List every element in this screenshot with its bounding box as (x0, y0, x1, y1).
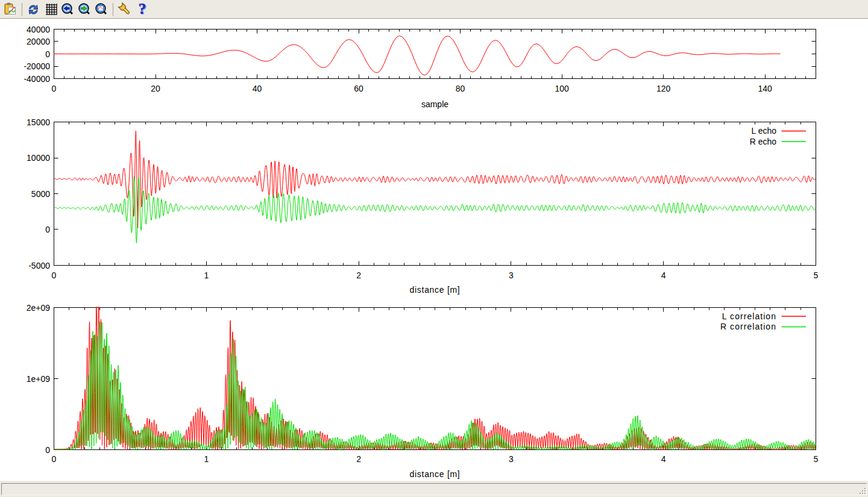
svg-text:L echo: L echo (751, 126, 776, 136)
svg-text:2: 2 (356, 454, 361, 464)
svg-text:2e+09: 2e+09 (27, 303, 51, 313)
svg-text:5: 5 (814, 454, 819, 464)
svg-text:?: ? (139, 0, 146, 17)
svg-text:15000: 15000 (27, 117, 50, 127)
svg-text:distance [m]: distance [m] (410, 469, 461, 479)
svg-text:4: 4 (661, 270, 666, 280)
svg-text:L correlation: L correlation (722, 311, 776, 321)
svg-text:R echo: R echo (750, 137, 777, 146)
svg-text:0: 0 (52, 84, 57, 93)
svg-text:1: 1 (204, 270, 209, 280)
svg-text:60: 60 (354, 84, 363, 93)
svg-text:3: 3 (509, 454, 514, 464)
svg-text:0: 0 (45, 445, 50, 455)
svg-text:5000: 5000 (31, 189, 50, 199)
svg-text:140: 140 (758, 84, 773, 93)
svg-text:distance [m]: distance [m] (410, 285, 461, 295)
svg-text:-20000: -20000 (24, 61, 50, 71)
svg-text:20000: 20000 (27, 37, 50, 46)
svg-text:R correlation: R correlation (720, 322, 776, 331)
svg-text:2: 2 (356, 270, 361, 280)
svg-text:3: 3 (509, 270, 514, 280)
svg-text:10000: 10000 (27, 153, 50, 163)
svg-text:sample: sample (421, 99, 448, 109)
svg-text:120: 120 (656, 84, 671, 93)
svg-text:0: 0 (52, 270, 57, 280)
svg-text:-40000: -40000 (24, 74, 50, 84)
svg-text:1e+09: 1e+09 (27, 374, 51, 384)
svg-text:40000: 40000 (27, 25, 50, 34)
svg-text:100: 100 (555, 84, 570, 93)
svg-text:0: 0 (45, 49, 50, 59)
svg-text:4: 4 (661, 454, 666, 464)
svg-text:-5000: -5000 (28, 261, 50, 270)
svg-text:80: 80 (456, 84, 465, 93)
svg-text:20: 20 (151, 84, 160, 93)
svg-text:0: 0 (45, 225, 50, 234)
svg-text:0: 0 (52, 454, 57, 464)
svg-text:40: 40 (253, 84, 262, 93)
svg-text:1: 1 (204, 454, 209, 464)
svg-text:5: 5 (814, 270, 819, 280)
